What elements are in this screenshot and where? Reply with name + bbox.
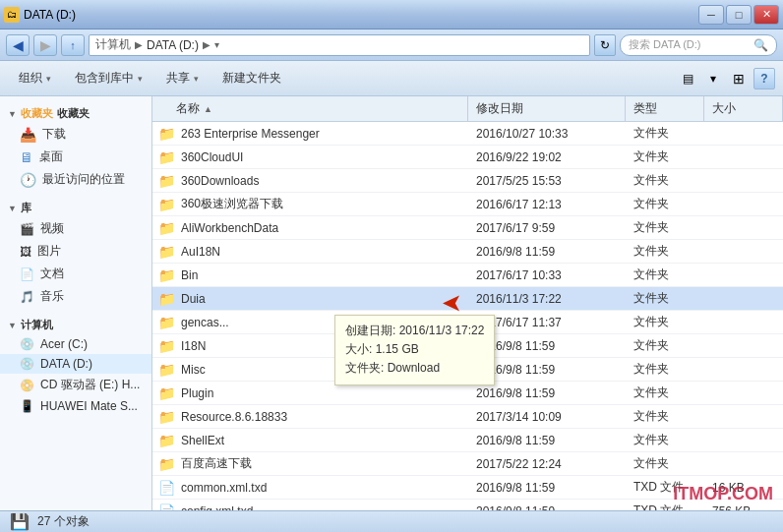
file-icon: 📁 [158, 149, 175, 165]
table-row[interactable]: 📄 config.xml.txd 2016/9/8 11:59 TXD 文件 7… [152, 500, 783, 510]
sidebar-music-label: 音乐 [40, 288, 64, 305]
sidebar-video-label: 视频 [40, 220, 64, 237]
file-icon: 📁 [158, 456, 175, 472]
view-layout-button[interactable]: ⊞ [728, 68, 750, 89]
file-date-cell: 2017/3/14 10:09 [468, 405, 626, 428]
library-arrow: ▼ [8, 204, 17, 213]
file-icon: 📁 [158, 197, 175, 212]
table-row[interactable]: 📁 Bin 2017/6/17 10:33 文件夹 [152, 264, 783, 287]
table-row[interactable]: 📁 ShellExt 2016/9/8 11:59 文件夹 [152, 429, 783, 452]
video-icon: 🎬 [20, 222, 34, 236]
file-type-cell: 文件夹 [626, 452, 704, 475]
table-row[interactable]: 📁 Resource.8.6.18833 2017/3/14 10:09 文件夹 [152, 405, 783, 429]
minimize-button[interactable]: ─ [698, 5, 724, 25]
window-icon: 🗂 [4, 7, 20, 23]
search-icon[interactable]: 🔍 [753, 38, 768, 52]
sidebar-item-download[interactable]: 📥 下载 [0, 123, 151, 146]
include-button[interactable]: 包含到库中 ▾ [64, 65, 153, 92]
file-type-cell: 文件夹 [626, 193, 704, 215]
file-size-cell [704, 429, 783, 451]
file-type-cell: 文件夹 [626, 358, 704, 381]
file-name-cell: 📁 Duia [152, 287, 468, 310]
refresh-button[interactable]: ↻ [594, 34, 616, 56]
close-button[interactable]: ✕ [753, 5, 779, 25]
file-name-text: Plugin [181, 386, 213, 400]
file-size-cell [704, 216, 783, 239]
file-date-cell: 2016/6/17 12:13 [468, 193, 626, 215]
col-header-date[interactable]: 修改日期 [468, 96, 626, 121]
table-row[interactable]: 📁 360CloudUI 2016/9/22 19:02 文件夹 [152, 146, 783, 169]
maximize-button[interactable]: □ [726, 5, 752, 25]
computer-header[interactable]: ▼ 计算机 [0, 316, 151, 334]
favorites-header[interactable]: ▼ 收藏夹 收藏夹 [0, 104, 151, 123]
address-box[interactable]: 计算机 ▶ DATA (D:) ▶ ▾ [89, 34, 590, 56]
sidebar-recent-label: 最近访问的位置 [42, 171, 125, 188]
file-name-cell: 📁 360CloudUI [152, 146, 468, 168]
document-icon: 📄 [20, 267, 34, 281]
file-type-cell: 文件夹 [626, 382, 704, 404]
sidebar-item-document[interactable]: 📄 文档 [0, 263, 151, 285]
sidebar-item-acer[interactable]: 💿 Acer (C:) [0, 334, 151, 354]
table-row[interactable]: 📁 百度高速下载 2017/5/22 12:24 文件夹 [152, 452, 783, 476]
sidebar-item-picture[interactable]: 🖼 图片 [0, 240, 151, 263]
search-placeholder: 搜索 DATA (D:) [629, 37, 701, 52]
share-button[interactable]: 共享 ▾ [155, 65, 210, 92]
computer-section: ▼ 计算机 💿 Acer (C:) 💿 DATA (D:) 📀 CD 驱动器 (… [0, 316, 151, 416]
address-separator-1: ▶ [135, 39, 143, 50]
sidebar-item-recent[interactable]: 🕐 最近访问的位置 [0, 168, 151, 191]
file-icon: 📁 [158, 173, 175, 189]
file-name-cell: 📁 百度高速下载 [152, 452, 468, 475]
address-dropdown-arrow[interactable]: ▾ [214, 39, 219, 50]
help-button[interactable]: ? [753, 68, 775, 89]
tooltip-folder-value: Download [388, 361, 440, 375]
up-button[interactable]: ↑ [61, 34, 85, 56]
file-size-cell [704, 452, 783, 475]
addressbar: ◀ ▶ ↑ 计算机 ▶ DATA (D:) ▶ ▾ ↻ 搜索 DATA (D:)… [0, 30, 783, 61]
col-header-type[interactable]: 类型 [626, 96, 704, 121]
table-row[interactable]: 📁 263 Enterprise Messenger 2016/10/27 10… [152, 122, 783, 146]
sidebar-item-desktop[interactable]: 🖥 桌面 [0, 146, 151, 168]
new-folder-button[interactable]: 新建文件夹 [211, 65, 292, 92]
table-row[interactable]: 📁 Plugin 2016/9/8 11:59 文件夹 [152, 382, 783, 405]
back-button[interactable]: ◀ [6, 34, 30, 56]
organize-dropdown-icon: ▾ [46, 74, 51, 84]
file-name-text: Resource.8.6.18833 [181, 410, 287, 424]
view-dropdown-button[interactable]: ▾ [702, 68, 724, 89]
file-name-text: I18N [181, 339, 206, 353]
file-icon: 📁 [158, 409, 175, 425]
library-header[interactable]: ▼ 库 [0, 199, 151, 217]
sidebar-item-data[interactable]: 💿 DATA (D:) [0, 354, 151, 374]
view-toggle-button[interactable]: ▤ [677, 68, 698, 89]
table-row[interactable]: 📁 AliWorkbenchData 2017/6/17 9:59 文件夹 [152, 216, 783, 240]
col-header-size[interactable]: 大小 [704, 96, 783, 121]
table-row[interactable]: 📁 360Downloads 2017/5/25 15:53 文件夹 [152, 169, 783, 193]
sidebar-item-cd[interactable]: 📀 CD 驱动器 (E:) H... [0, 374, 151, 396]
sidebar-item-video[interactable]: 🎬 视频 [0, 217, 151, 240]
forward-button[interactable]: ▶ [33, 34, 57, 56]
table-row[interactable]: 📁 360极速浏览器下载 2016/6/17 12:13 文件夹 [152, 193, 783, 216]
address-separator-2: ▶ [203, 39, 211, 50]
table-row[interactable]: 📁 AuI18N 2016/9/8 11:59 文件夹 [152, 240, 783, 264]
file-name-text: ShellExt [181, 434, 224, 447]
duia-tooltip: 创建日期: 2016/11/3 17:22 大小: 1.15 GB 文件夹: D… [334, 315, 495, 385]
file-size-cell [704, 358, 783, 381]
sidebar-item-huawei[interactable]: 📱 HUAWEI Mate S... [0, 396, 151, 416]
organize-button[interactable]: 组织 ▾ [8, 65, 62, 92]
sidebar-item-music[interactable]: 🎵 音乐 [0, 285, 151, 308]
download-folder-icon: 📥 [20, 127, 36, 143]
col-header-name[interactable]: 名称 ▲ [152, 96, 468, 121]
recent-icon: 🕐 [20, 172, 36, 188]
organize-label: 组织 [19, 70, 42, 87]
share-dropdown-icon: ▾ [194, 74, 199, 84]
file-list-header: 名称 ▲ 修改日期 类型 大小 [152, 96, 783, 122]
include-dropdown-icon: ▾ [138, 74, 143, 84]
search-box[interactable]: 搜索 DATA (D:) 🔍 [620, 34, 777, 56]
file-icon: 📁 [158, 267, 175, 283]
address-path-computer: 计算机 [95, 36, 131, 53]
table-row[interactable]: 📁 Duia 2016/11/3 17:22 文件夹 [152, 287, 783, 311]
file-icon: 📁 [158, 385, 175, 401]
computer-arrow: ▼ [8, 321, 17, 330]
table-row[interactable]: 📄 common.xml.txd 2016/9/8 11:59 TXD 文件 1… [152, 476, 783, 500]
tooltip-date-label: 创建日期: [345, 324, 395, 337]
file-name-text: gencas... [181, 316, 229, 329]
